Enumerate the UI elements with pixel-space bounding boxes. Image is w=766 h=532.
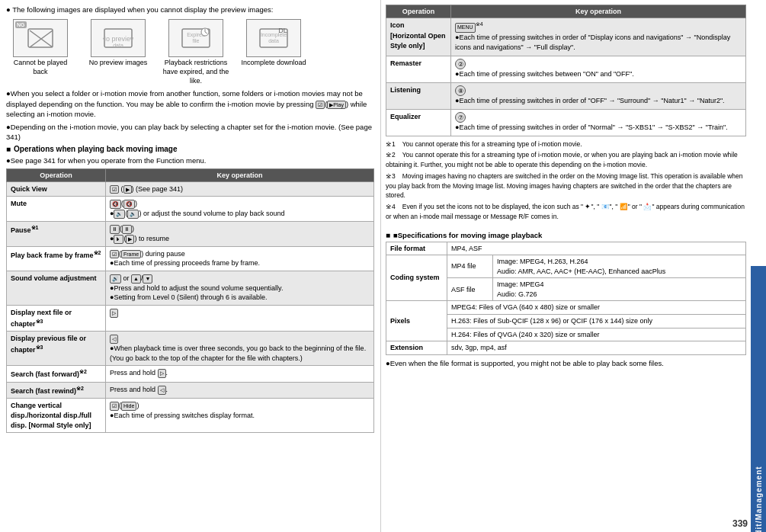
left-panel: ● The following images are displayed whe… bbox=[0, 0, 381, 532]
op-listening: Listening bbox=[386, 82, 451, 109]
icon-playback-restricted: Expired file Playback restrictions have … bbox=[162, 19, 230, 85]
table-row: Display previous file or chapter※3 ◁ ●Wh… bbox=[7, 332, 374, 366]
op-display-prev: Display previous file or chapter※3 bbox=[7, 332, 106, 366]
footnotes-block: ※1 You cannot operate this for a streami… bbox=[386, 139, 746, 223]
key-display-prev: ◁ ●When playback time is over three seco… bbox=[106, 332, 374, 366]
spec-section: ■Specifications for moving image playbac… bbox=[386, 228, 746, 371]
table-row: Equalizer ⑦ ●Each time of pressing switc… bbox=[386, 109, 746, 136]
spec-pixels-label: Pixels bbox=[386, 301, 447, 341]
key-fast-forward: Press and hold ▷. bbox=[106, 366, 374, 383]
spec-section-header: ■Specifications for moving image playbac… bbox=[386, 231, 746, 239]
right-op-col-header: Operation bbox=[386, 5, 451, 18]
footnote-3: ※3 Moving images having no chapters are … bbox=[386, 171, 746, 200]
cannot-play-box: NG bbox=[13, 19, 68, 57]
icon-row: NG Cannot be played back No preview data… bbox=[6, 19, 374, 85]
incomplete-download-box: Incomplete data DL bbox=[246, 19, 301, 57]
spec-row-extension: Extension sdv, 3gp, mp4, asf bbox=[386, 341, 746, 355]
key-mute: 🔇(🔇) ●🔈(🔈) or adjust the sound volume to… bbox=[106, 197, 374, 222]
key-quick-view: ☑ (▶) (See page 341) bbox=[106, 181, 374, 197]
op-sound-volume: Sound volume adjustment bbox=[7, 271, 106, 306]
op-remaster: Remaster bbox=[386, 56, 451, 82]
key-listening: ⑧ ●Each time of pressing switches in ord… bbox=[451, 82, 746, 109]
spec-coding-asf-label: ASF file bbox=[447, 278, 493, 301]
op-col-header: Operation bbox=[7, 168, 106, 181]
spec-pixels-h264: H.264: Files of QVGA (240 x 320) size or… bbox=[447, 328, 746, 341]
key-sound-volume: 🔊 or ▲/▼ ●Press and hold to adjust the s… bbox=[106, 271, 374, 306]
key-display-next: ▷ bbox=[106, 306, 374, 332]
icon-no-preview: No preview data No preview images bbox=[84, 19, 152, 68]
spec-table: File format MP4, ASF Coding system MP4 f… bbox=[386, 242, 746, 355]
footnote-1: ※1 You cannot operate this for a streami… bbox=[386, 139, 746, 149]
no-preview-label: No preview images bbox=[89, 59, 148, 68]
key-col-header: Key operation bbox=[106, 168, 374, 181]
table-row: Icon[Horizontal Open Style only] MENU※4 … bbox=[386, 18, 746, 56]
svg-text:data: data bbox=[268, 38, 279, 43]
spec-format-label: File format bbox=[386, 242, 447, 255]
op-display-next: Display next file or chapter※3 bbox=[7, 306, 106, 332]
footnote-2: ※2 You cannot operate this for a streami… bbox=[386, 150, 746, 170]
svg-text:data: data bbox=[113, 43, 123, 48]
right-key-col-header: Key operation bbox=[451, 5, 746, 18]
op-equalizer: Equalizer bbox=[386, 109, 451, 136]
spec-row-coding-mp4: Coding system MP4 file Image: MPEG4, H.2… bbox=[386, 255, 746, 278]
spec-footer: ●Even when the file format is supported,… bbox=[386, 358, 746, 368]
table-row: Quick View ☑ (▶) (See page 341) bbox=[7, 181, 374, 197]
spec-format-value: MP4, ASF bbox=[447, 242, 746, 255]
ng-badge: NG bbox=[15, 21, 27, 28]
spec-extension-label: Extension bbox=[386, 341, 447, 355]
intro-line: ● The following images are displayed whe… bbox=[6, 5, 374, 14]
op-change-display: Change vertical disp./horizontal disp./f… bbox=[7, 399, 106, 433]
spec-pixels-h263: H.263: Files of Sub-QCIF (128 x 96) or Q… bbox=[447, 315, 746, 328]
right-panel: Operation Key operation Icon[Horizontal … bbox=[381, 0, 766, 532]
op-frame-by-frame: Play back frame by frame※2 bbox=[7, 246, 106, 271]
bullet-2: ●Depending on the i-motion movie, you ca… bbox=[6, 122, 374, 143]
section-operations-header: Operations when playing back moving imag… bbox=[6, 145, 374, 153]
spec-row-pixels-mpeg4: Pixels MPEG4: Files of VGA (640 x 480) s… bbox=[386, 301, 746, 315]
table-row: Mute 🔇(🔇) ●🔈(🔈) or adjust the sound volu… bbox=[7, 197, 374, 222]
key-pause: ⏸(⏸) ●⏵(▶) to resume bbox=[106, 222, 374, 247]
table-row: Search (fast rewind)※2 Press and hold ◁. bbox=[7, 382, 374, 399]
table-row: Search (fast forward)※2 Press and hold ▷… bbox=[7, 366, 374, 383]
op-fast-rewind: Search (fast rewind)※2 bbox=[7, 382, 106, 399]
footnote-4: ※4 Even if you set the icons not to be d… bbox=[386, 202, 746, 222]
section-operations-bullet: ●See page 341 for when you operate from … bbox=[6, 155, 374, 165]
table-row: Change vertical disp./horizontal disp./f… bbox=[7, 399, 374, 433]
spec-section-label: ■Specifications for moving image playbac… bbox=[393, 231, 542, 239]
op-pause: Pause※1 bbox=[7, 222, 106, 247]
expired-icon: Expired file bbox=[181, 26, 211, 50]
incomplete-icon: Incomplete data DL bbox=[258, 26, 289, 50]
svg-text:file: file bbox=[193, 38, 200, 43]
op-fast-forward: Search (fast forward)※2 bbox=[7, 366, 106, 383]
sidebar-label-text: Data Display/Edit/Management bbox=[755, 466, 763, 532]
table-row: Pause※1 ⏸(⏸) ●⏵(▶) to resume bbox=[7, 222, 374, 247]
op-icon: Icon[Horizontal Open Style only] bbox=[386, 18, 451, 56]
key-equalizer: ⑦ ●Each time of pressing switches in ord… bbox=[451, 109, 746, 136]
table-row: Remaster ② ●Each time of pressing switch… bbox=[386, 56, 746, 82]
svg-text:No preview: No preview bbox=[103, 35, 133, 43]
operations-table: Operation Key operation Quick View ☑ (▶)… bbox=[6, 168, 374, 434]
spec-coding-mp4-value: Image: MPEG4, H.263, H.264Audio: AMR, AA… bbox=[493, 255, 746, 278]
no-preview-box: No preview data bbox=[91, 19, 146, 57]
icon-incomplete-download: Incomplete data DL Incomplete download bbox=[239, 19, 308, 68]
key-fast-rewind: Press and hold ◁. bbox=[106, 382, 374, 399]
sidebar-vertical-label: Data Display/Edit/Management bbox=[751, 266, 766, 532]
spec-row-format: File format MP4, ASF bbox=[386, 242, 746, 255]
right-operations-table: Operation Key operation Icon[Horizontal … bbox=[386, 5, 746, 136]
key-change-display: ☑(Hide) ●Each time of pressing switches … bbox=[106, 399, 374, 433]
spec-coding-mp4-label: MP4 file bbox=[447, 255, 493, 278]
spec-coding-label: Coding system bbox=[386, 255, 447, 301]
incomplete-download-label: Incomplete download bbox=[241, 59, 306, 68]
spec-coding-asf-value: Image: MPEG4Audio: G.726 bbox=[493, 278, 746, 301]
key-remaster: ② ●Each time of pressing switches betwee… bbox=[451, 56, 746, 82]
key-frame-by-frame: ☑(Frame) during pause ●Each time of pres… bbox=[106, 246, 374, 271]
svg-text:DL: DL bbox=[278, 27, 287, 34]
spec-extension-value: sdv, 3gp, mp4, asf bbox=[447, 341, 746, 355]
icon-cannot-play: NG Cannot be played back bbox=[6, 19, 75, 76]
op-quick-view: Quick View bbox=[7, 181, 106, 197]
playback-restricted-label: Playback restrictions have expired, and … bbox=[162, 59, 230, 85]
spec-pixels-mpeg4: MPEG4: Files of VGA (640 x 480) size or … bbox=[447, 301, 746, 315]
page-number: 339 bbox=[732, 518, 748, 529]
playback-restricted-box: Expired file bbox=[168, 19, 223, 57]
bullet-1: ●When you select a folder or i-motion mo… bbox=[6, 88, 374, 119]
table-row: Play back frame by frame※2 ☑(Frame) duri… bbox=[7, 246, 374, 271]
